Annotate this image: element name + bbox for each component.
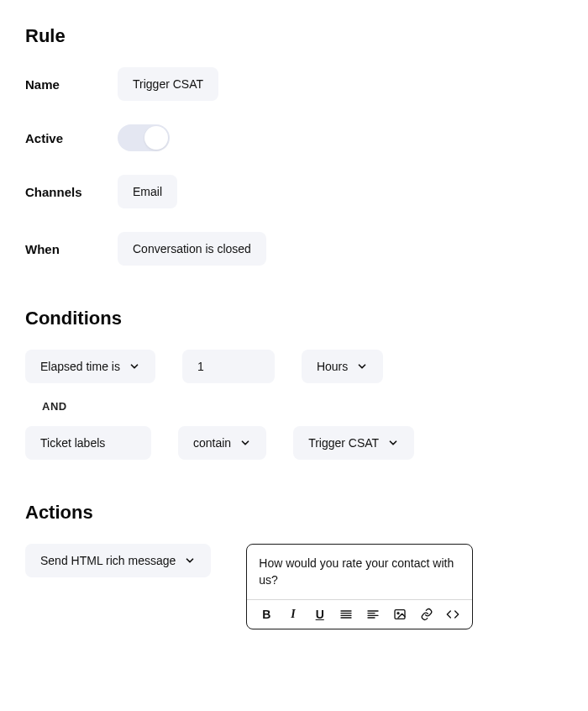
- action-type-label: Send HTML rich message: [40, 554, 176, 567]
- name-input[interactable]: Trigger CSAT: [118, 67, 218, 101]
- action-type-select[interactable]: Send HTML rich message: [25, 544, 211, 577]
- rich-text-toolbar: B I U: [247, 599, 472, 629]
- image-icon[interactable]: [392, 607, 407, 622]
- svg-point-9: [397, 612, 399, 614]
- rich-text-editor: How would you rate your contact with us?…: [246, 544, 473, 629]
- conditions-heading: Conditions: [25, 308, 563, 329]
- link-icon[interactable]: [419, 607, 434, 622]
- code-icon[interactable]: [446, 607, 461, 622]
- align-justify-icon[interactable]: [339, 607, 354, 622]
- rule-heading: Rule: [25, 25, 563, 47]
- active-label: Active: [25, 131, 118, 145]
- condition-value-input[interactable]: [182, 350, 275, 383]
- condition-field-label: Elapsed time is: [40, 360, 120, 373]
- name-label: Name: [25, 77, 118, 92]
- condition2-field-select[interactable]: Ticket labels: [25, 426, 151, 460]
- when-select[interactable]: Conversation is closed: [118, 232, 266, 266]
- rich-text-content[interactable]: How would you rate your contact with us?: [247, 545, 472, 599]
- condition-unit-select[interactable]: Hours: [302, 350, 383, 383]
- condition-row-1: Elapsed time is Hours: [25, 350, 563, 383]
- condition-unit-label: Hours: [317, 360, 348, 373]
- chevron-down-icon: [356, 361, 368, 372]
- condition2-operator-select[interactable]: contain: [178, 426, 266, 460]
- underline-button[interactable]: U: [312, 607, 328, 622]
- active-row: Active: [25, 124, 563, 151]
- chevron-down-icon: [239, 437, 251, 449]
- chevron-down-icon: [129, 361, 140, 372]
- condition2-operator-label: contain: [193, 436, 231, 450]
- actions-section: Actions Send HTML rich message How would…: [25, 502, 563, 629]
- italic-button[interactable]: I: [286, 607, 301, 622]
- condition2-value-select[interactable]: Trigger CSAT: [293, 426, 414, 460]
- chevron-down-icon: [184, 555, 196, 566]
- channels-select[interactable]: Email: [118, 175, 177, 208]
- toggle-knob: [144, 126, 168, 150]
- condition2-field-label: Ticket labels: [40, 436, 105, 450]
- bold-button[interactable]: B: [259, 607, 274, 622]
- actions-heading: Actions: [25, 502, 563, 524]
- align-left-icon[interactable]: [365, 607, 381, 622]
- condition-field-select[interactable]: Elapsed time is: [25, 350, 155, 383]
- condition-connector: AND: [42, 400, 563, 413]
- channels-row: Channels Email: [25, 175, 563, 208]
- chevron-down-icon: [387, 437, 399, 449]
- condition2-value-label: Trigger CSAT: [308, 436, 379, 450]
- conditions-section: Conditions Elapsed time is Hours AND Tic…: [25, 308, 563, 460]
- when-row: When Conversation is closed: [25, 232, 563, 266]
- condition-row-2: Ticket labels contain Trigger CSAT: [25, 426, 563, 460]
- action-row-1: Send HTML rich message How would you rat…: [25, 544, 563, 629]
- channels-label: Channels: [25, 185, 118, 199]
- active-toggle[interactable]: [118, 124, 170, 151]
- name-row: Name Trigger CSAT: [25, 67, 563, 101]
- when-label: When: [25, 242, 118, 256]
